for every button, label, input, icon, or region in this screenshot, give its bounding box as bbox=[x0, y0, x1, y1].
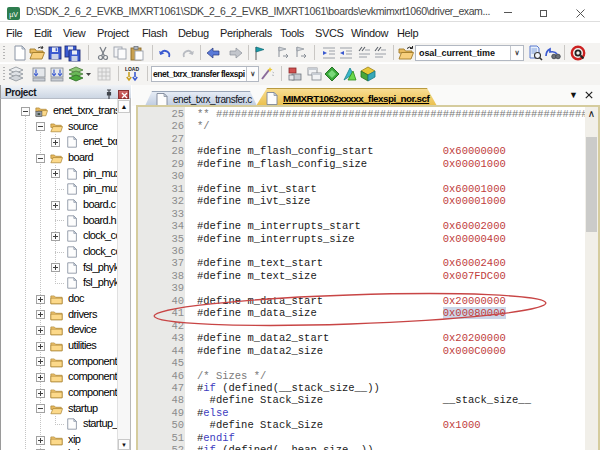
svg-text:µV: µV bbox=[9, 11, 18, 19]
